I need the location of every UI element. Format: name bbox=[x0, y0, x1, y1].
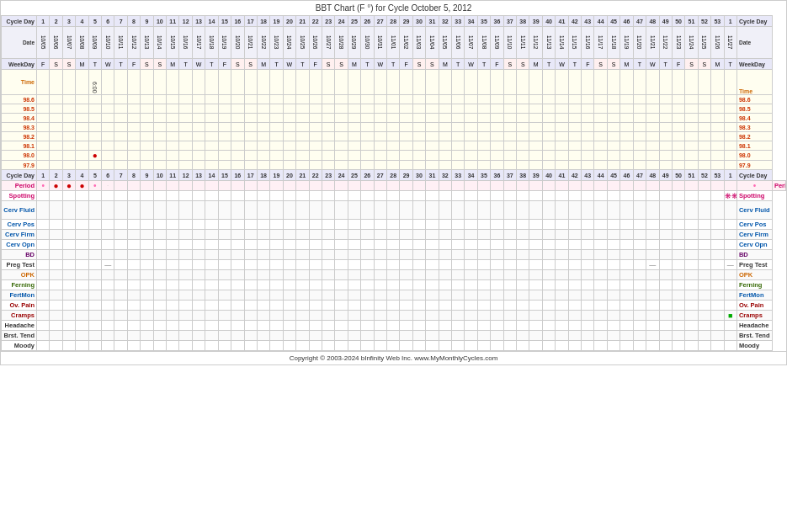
period-label-right: Period bbox=[772, 181, 785, 191]
opk-label: OPK bbox=[2, 270, 37, 280]
preg-test-dash-6: — bbox=[104, 261, 111, 269]
cerv-fluid-label: Cerv Fluid bbox=[2, 201, 37, 220]
moody-label: Moody bbox=[2, 341, 37, 351]
ferning-row: Ferning Ferning bbox=[2, 280, 786, 290]
bd-row: BD BD bbox=[2, 250, 786, 260]
ferning-label: Ferning bbox=[2, 280, 37, 290]
cycle-day-label-right: Cycle Day bbox=[736, 16, 772, 27]
cerv-opn-label: Cerv Opn bbox=[2, 240, 37, 250]
ov-pain-label: Ov. Pain bbox=[2, 301, 37, 311]
headache-label: Headache bbox=[2, 321, 37, 331]
temp-label-983-right: 98.3 bbox=[736, 123, 772, 132]
temp-label-984-right: 98.4 bbox=[736, 114, 772, 123]
cramps-marker: ■ bbox=[728, 311, 732, 320]
temp-label-985-right: 98.5 bbox=[736, 104, 772, 114]
time-label-right: Time bbox=[736, 70, 772, 95]
preg-test-dash-last: — bbox=[727, 261, 734, 269]
cramps-label-right: Cramps bbox=[736, 311, 772, 321]
cerv-opn-row: Cerv Opn Cerv Opn bbox=[2, 240, 786, 250]
temp-label-981-right: 98.1 bbox=[736, 141, 772, 151]
period-label: Period bbox=[2, 181, 37, 191]
brst-tend-label: Brst. Tend bbox=[2, 331, 37, 341]
fertmon-row: FertMon FertMon bbox=[2, 290, 786, 301]
preg-test-dash-48: — bbox=[649, 261, 656, 269]
temp-row-979: 97.9 97.9 bbox=[2, 161, 786, 170]
temp-row-986: 98.6 98.6 bbox=[2, 95, 786, 104]
preg-test-label-right: Preg Test bbox=[736, 260, 772, 270]
ov-pain-row: Ov. Pain Ov. Pain bbox=[2, 301, 786, 311]
period-dot-5: • bbox=[93, 181, 97, 190]
cerv-firm-row: Cerv Firm Cerv Firm bbox=[2, 230, 786, 240]
temp-row-983: 98.3 98.3 bbox=[2, 123, 786, 132]
cycle-day-bottom-label-right: Cycle Day bbox=[736, 170, 772, 181]
brst-tend-row: Brst. Tend Brst. Tend bbox=[2, 331, 786, 341]
cerv-opn-label-right: Cerv Opn bbox=[736, 240, 772, 250]
cramps-label: Cramps bbox=[2, 311, 37, 321]
date-label: Date bbox=[2, 27, 37, 59]
temp-label-986-right: 98.6 bbox=[736, 95, 772, 104]
ferning-label-right: Ferning bbox=[736, 280, 772, 290]
temp-row-982: 98.2 98.2 bbox=[2, 132, 786, 141]
footer: Copyright © 2003-2024 bInfinity Web Inc.… bbox=[1, 351, 786, 364]
preg-test-row: Preg Test —— — Preg Test bbox=[2, 260, 786, 270]
temp-row-985: 98.5 98.5 bbox=[2, 104, 786, 114]
temp-label-985: 98.5 bbox=[2, 104, 37, 114]
fertmon-label: FertMon bbox=[2, 290, 37, 301]
weekday-label-right: WeekDay bbox=[736, 59, 772, 70]
fertmon-label-right: FertMon bbox=[736, 290, 772, 301]
temp-label-979-right: 97.9 bbox=[736, 161, 772, 170]
spotting-marker: ❋❋ bbox=[725, 192, 737, 200]
weekday-label: WeekDay bbox=[2, 59, 37, 70]
cramps-row: Cramps ■ Cramps bbox=[2, 311, 786, 321]
moody-label-right: Moody bbox=[736, 341, 772, 351]
temp-row-980: 98.0 ● 98.0 bbox=[2, 151, 786, 161]
temp-label-983: 98.3 bbox=[2, 123, 37, 132]
cycle-day-bottom-row: Cycle Day 123456789101112131415161718192… bbox=[2, 170, 786, 181]
cerv-fluid-row: Cerv Fluid Cerv Fluid bbox=[2, 201, 786, 220]
brst-tend-label-right: Brst. Tend bbox=[736, 331, 772, 341]
opk-row: OPK OPK bbox=[2, 270, 786, 280]
temp-label-981: 98.1 bbox=[2, 141, 37, 151]
cycle-day-label: Cycle Day bbox=[2, 16, 37, 27]
temp-label-979: 97.9 bbox=[2, 161, 37, 170]
period-row: Period • ● ● ● • · • Period bbox=[2, 181, 786, 191]
time-label: Time bbox=[2, 70, 37, 95]
headache-row: Headache Headache bbox=[2, 321, 786, 331]
cycle-day-bottom-label: Cycle Day bbox=[2, 170, 37, 181]
period-dot-2: ● bbox=[54, 181, 59, 190]
preg-test-label: Preg Test bbox=[2, 260, 37, 270]
moody-row: Moody Moody bbox=[2, 341, 786, 351]
date-row: Date 10/0510/0610/0710/0810/0910/1010/11… bbox=[2, 27, 786, 59]
chart-title: BBT Chart (F °) for Cycle October 5, 201… bbox=[1, 1, 786, 15]
bd-label: BD bbox=[2, 250, 37, 260]
period-dot-6: · bbox=[107, 182, 109, 189]
temp-label-982: 98.2 bbox=[2, 132, 37, 141]
date-label-right: Date bbox=[736, 27, 772, 59]
chart-container: BBT Chart (F °) for Cycle October 5, 201… bbox=[0, 0, 787, 365]
temp-row-984: 98.4 98.4 bbox=[2, 114, 786, 123]
spotting-label: Spotting bbox=[2, 191, 37, 201]
temp-dot-980-5: ● bbox=[93, 151, 98, 160]
cycle-day-header-row: Cycle Day 123456789101112131415161718192… bbox=[2, 16, 786, 27]
temp-row-981: 98.1 98.1 bbox=[2, 141, 786, 151]
period-dot-last: • bbox=[753, 181, 757, 190]
temp-label-980-right: 98.0 bbox=[736, 151, 772, 161]
temp-label-980: 98.0 bbox=[2, 151, 37, 161]
period-dot-1: • bbox=[41, 181, 45, 190]
spotting-label-right: Spotting bbox=[736, 191, 772, 201]
temp-label-984: 98.4 bbox=[2, 114, 37, 123]
cerv-firm-label: Cerv Firm bbox=[2, 230, 37, 240]
cerv-pos-label: Cerv Pos bbox=[2, 220, 37, 230]
cerv-pos-label-right: Cerv Pos bbox=[736, 220, 772, 230]
time-row: Time 6:00 Time bbox=[2, 70, 786, 95]
ov-pain-label-right: Ov. Pain bbox=[736, 301, 772, 311]
temp-label-982-right: 98.2 bbox=[736, 132, 772, 141]
spotting-row: Spotting ❋❋ Spotting bbox=[2, 191, 786, 201]
bd-label-right: BD bbox=[736, 250, 772, 260]
cerv-fluid-label-right: Cerv Fluid bbox=[736, 201, 772, 220]
bbt-chart: Cycle Day 123456789101112131415161718192… bbox=[1, 15, 786, 351]
period-dot-4: ● bbox=[79, 181, 84, 190]
opk-label-right: OPK bbox=[736, 270, 772, 280]
temp-label-986: 98.6 bbox=[2, 95, 37, 104]
period-dot-3: ● bbox=[66, 181, 72, 190]
